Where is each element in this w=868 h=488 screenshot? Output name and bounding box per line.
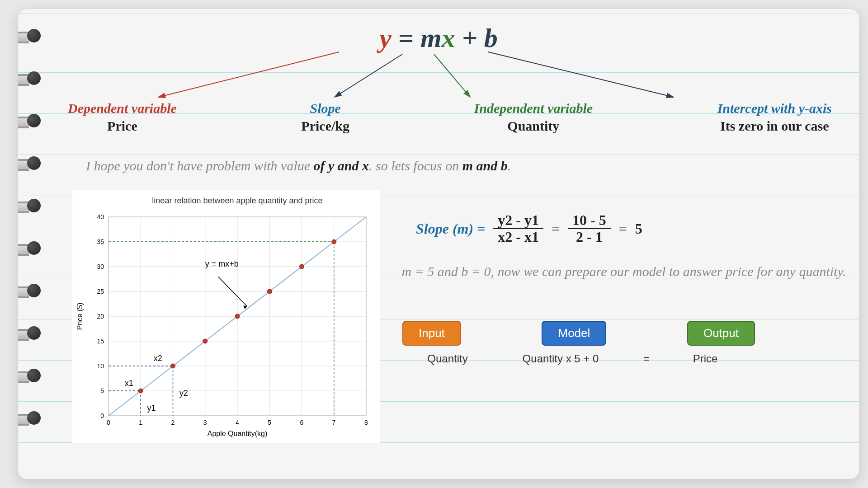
p1-a: I hope you don't have problem with value bbox=[86, 158, 314, 173]
svg-point-51 bbox=[267, 289, 272, 294]
paragraph-intro: I hope you don't have problem with value… bbox=[86, 158, 511, 174]
sub-model: Quantity x 5 + 0 bbox=[493, 352, 628, 365]
chart-container: linear relation between apple quantity a… bbox=[72, 190, 380, 443]
label-dep-title: Dependent variable bbox=[68, 99, 177, 117]
slope-num1: y2 - y1 bbox=[493, 212, 543, 229]
model-row: Input Model Output bbox=[402, 321, 755, 346]
label-slope: Slope Price/kg bbox=[301, 99, 349, 135]
slope-ans: 5 bbox=[635, 221, 642, 237]
svg-point-50 bbox=[235, 314, 240, 319]
sub-input: Quantity bbox=[402, 352, 493, 365]
linear-equation: y = mx + b bbox=[379, 23, 498, 54]
svg-text:35: 35 bbox=[97, 238, 104, 245]
paragraph-model: m = 5 and b = 0, now we can prepare our … bbox=[398, 262, 850, 281]
svg-text:20: 20 bbox=[97, 313, 104, 320]
label-slope-sub: Price/kg bbox=[301, 117, 349, 135]
svg-text:Price ($): Price ($) bbox=[76, 303, 84, 330]
svg-text:3: 3 bbox=[203, 419, 207, 426]
label-ind-title: Independent variable bbox=[474, 99, 593, 117]
svg-text:30: 30 bbox=[97, 263, 104, 270]
box-model: Model bbox=[542, 321, 606, 346]
svg-text:1: 1 bbox=[139, 419, 142, 426]
term-labels: Dependent variable Price Slope Price/kg … bbox=[68, 99, 832, 135]
model-sub-row: Quantity Quantity x 5 + 0 = Price bbox=[402, 352, 764, 365]
svg-text:0: 0 bbox=[100, 412, 104, 419]
svg-text:7: 7 bbox=[332, 419, 336, 426]
sub-output: Price bbox=[665, 352, 746, 365]
notebook-page: y = mx + b Dependent variable Price Slop… bbox=[18, 9, 859, 479]
sub-eq: = bbox=[628, 352, 665, 365]
box-output: Output bbox=[687, 321, 755, 346]
svg-text:8: 8 bbox=[364, 419, 368, 426]
label-dep-sub: Price bbox=[68, 117, 177, 135]
label-ind-sub: Quantity bbox=[474, 117, 593, 135]
svg-text:4: 4 bbox=[236, 419, 239, 426]
box-input: Input bbox=[402, 321, 461, 346]
svg-text:y2: y2 bbox=[179, 389, 188, 398]
svg-point-48 bbox=[171, 364, 175, 368]
slope-eq1: = bbox=[552, 221, 560, 237]
eq-plus-b: + b bbox=[462, 23, 498, 53]
p1-e: . bbox=[508, 158, 511, 173]
p1-b: of y and x bbox=[314, 158, 369, 173]
svg-point-53 bbox=[332, 239, 336, 244]
svg-point-52 bbox=[300, 264, 304, 269]
label-dependent: Dependent variable Price bbox=[68, 99, 177, 135]
svg-text:linear relation between apple : linear relation between apple quantity a… bbox=[152, 196, 322, 205]
slope-frac1: y2 - y1 x2 - x1 bbox=[493, 212, 543, 245]
eq-m: m bbox=[420, 23, 442, 53]
eq-y: y bbox=[379, 23, 392, 53]
slope-lhs: Slope (m) = bbox=[416, 221, 485, 237]
label-slope-title: Slope bbox=[301, 99, 349, 117]
svg-text:y1: y1 bbox=[147, 404, 156, 413]
svg-text:5: 5 bbox=[268, 419, 271, 426]
svg-text:10: 10 bbox=[97, 362, 104, 370]
svg-text:6: 6 bbox=[300, 419, 304, 426]
svg-text:0: 0 bbox=[107, 419, 110, 426]
eq-x: x bbox=[442, 23, 455, 53]
slope-den2: 2 - 1 bbox=[571, 229, 607, 245]
spiral-binding bbox=[18, 27, 41, 426]
svg-text:5: 5 bbox=[100, 387, 104, 394]
svg-text:25: 25 bbox=[97, 288, 104, 295]
label-intc-title: Intercept with y-axis bbox=[717, 99, 832, 117]
slope-derivation: Slope (m) = y2 - y1 x2 - x1 = 10 - 5 2 -… bbox=[416, 212, 642, 245]
p1-d: m and b bbox=[462, 158, 508, 173]
p1-c: . so lets focus on bbox=[369, 158, 462, 173]
eq-eq: = bbox=[398, 23, 414, 53]
svg-point-47 bbox=[138, 389, 143, 393]
slope-eq2: = bbox=[619, 221, 627, 237]
svg-text:y = mx+b: y = mx+b bbox=[205, 259, 239, 268]
svg-text:40: 40 bbox=[97, 213, 104, 221]
svg-text:x1: x1 bbox=[125, 379, 133, 388]
svg-text:x2: x2 bbox=[154, 354, 162, 363]
svg-text:Apple Quantity(kg): Apple Quantity(kg) bbox=[208, 430, 268, 437]
svg-text:15: 15 bbox=[97, 338, 104, 345]
slope-frac2: 10 - 5 2 - 1 bbox=[568, 212, 611, 245]
label-intc-sub: Its zero in our case bbox=[717, 117, 832, 135]
svg-text:2: 2 bbox=[171, 419, 175, 426]
svg-point-49 bbox=[203, 339, 208, 343]
label-independent: Independent variable Quantity bbox=[474, 99, 593, 135]
slope-num2: 10 - 5 bbox=[568, 212, 611, 229]
label-intercept: Intercept with y-axis Its zero in our ca… bbox=[717, 99, 832, 135]
slope-den1: x2 - x1 bbox=[493, 229, 543, 245]
